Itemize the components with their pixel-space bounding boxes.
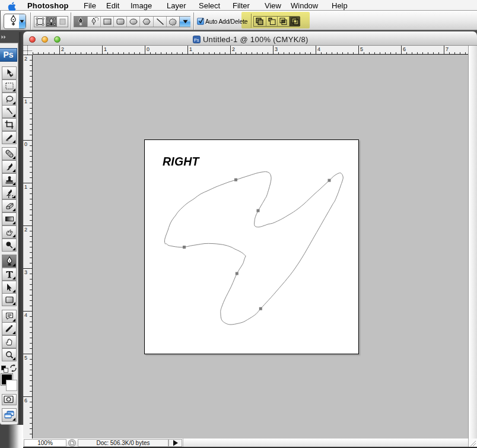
svg-text:5: 5 — [24, 355, 27, 361]
svg-text:6: 6 — [403, 46, 406, 52]
svg-text:1: 1 — [189, 46, 192, 52]
svg-text:4: 4 — [317, 46, 320, 52]
svg-text:5: 5 — [360, 46, 363, 52]
svg-text:2: 2 — [24, 56, 27, 62]
svg-text:3: 3 — [275, 46, 278, 52]
svg-text:1: 1 — [104, 46, 107, 52]
svg-text:3: 3 — [24, 269, 27, 275]
svg-text:7: 7 — [446, 46, 449, 52]
svg-text:1: 1 — [24, 184, 27, 190]
svg-text:2: 2 — [61, 46, 64, 52]
svg-text:6: 6 — [24, 398, 27, 403]
svg-text:Ps: Ps — [194, 38, 199, 42]
svg-text:4: 4 — [24, 312, 27, 318]
svg-text:0: 0 — [24, 141, 27, 147]
svg-text:2: 2 — [232, 46, 235, 52]
svg-text:1: 1 — [24, 99, 27, 104]
svg-text:0: 0 — [147, 46, 150, 52]
svg-text:2: 2 — [24, 227, 27, 233]
